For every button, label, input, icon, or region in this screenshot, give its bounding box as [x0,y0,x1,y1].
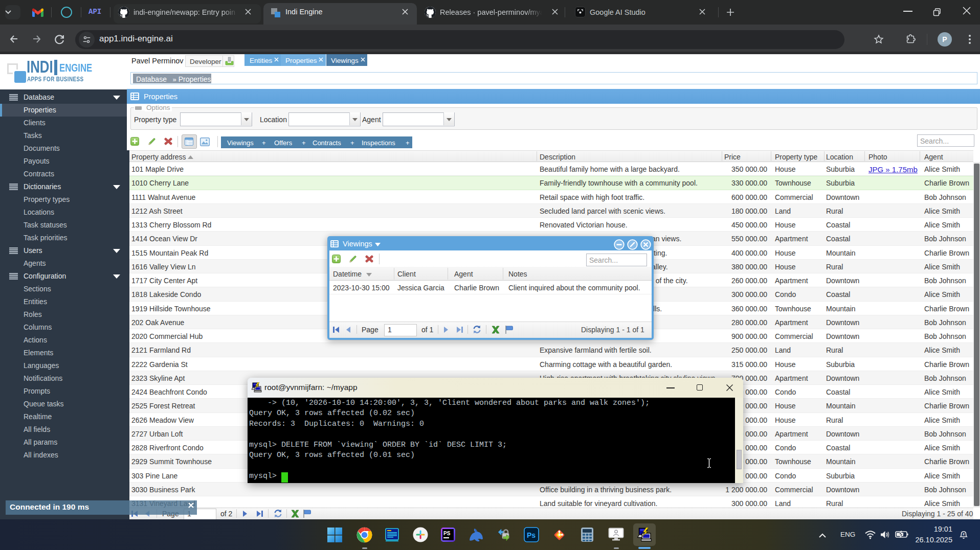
svg-text:z: z [963,532,965,536]
svg-text:PS: PS [443,531,451,536]
svg-text:Ps: Ps [527,531,536,539]
